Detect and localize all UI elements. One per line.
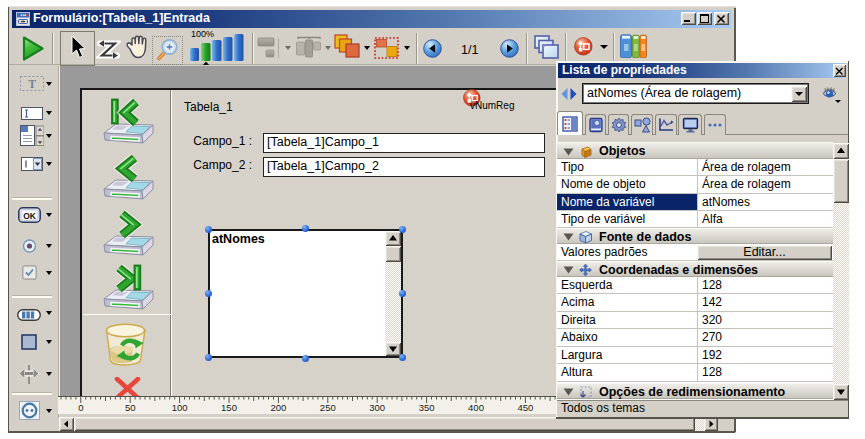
svg-text:100: 100 xyxy=(172,402,188,413)
svg-text:300: 300 xyxy=(369,402,385,413)
svg-text:150: 150 xyxy=(221,402,237,413)
svg-text:200: 200 xyxy=(270,402,286,413)
svg-text:OK: OK xyxy=(23,211,37,221)
svg-text:450: 450 xyxy=(517,402,533,413)
svg-text:50: 50 xyxy=(125,402,136,413)
svg-text:350: 350 xyxy=(419,402,435,413)
svg-text:250: 250 xyxy=(320,402,336,413)
svg-text:0: 0 xyxy=(78,402,83,413)
svg-text:T: T xyxy=(28,78,36,90)
svg-text:400: 400 xyxy=(468,402,484,413)
